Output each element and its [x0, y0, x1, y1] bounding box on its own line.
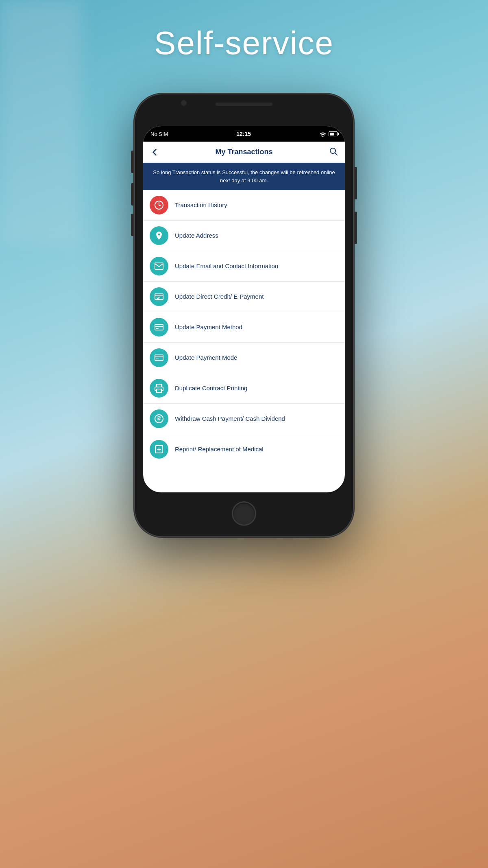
status-icons: [319, 131, 338, 137]
menu-item-update-address[interactable]: Update Address: [143, 221, 345, 251]
card-icon: [154, 322, 164, 332]
pin-icon: [154, 231, 164, 241]
carrier-label: No SIM: [150, 131, 168, 137]
phone-screen: No SIM 12:15: [143, 126, 345, 492]
menu-item-withdraw-cash[interactable]: Withdraw Cash Payment/ Cash Dividend: [143, 404, 345, 434]
home-button[interactable]: [232, 501, 256, 526]
menu-list: Transaction History Update Address: [143, 190, 345, 464]
svg-rect-5: [155, 324, 163, 330]
update-direct-credit-icon-wrap: [150, 287, 168, 306]
menu-item-transaction-history[interactable]: Transaction History: [143, 190, 345, 221]
svg-rect-3: [155, 294, 163, 300]
update-address-label: Update Address: [175, 232, 218, 240]
duplicate-contract-icon-wrap: [150, 379, 168, 398]
time-label: 12:15: [236, 131, 251, 137]
menu-item-update-payment-method[interactable]: Update Payment Method: [143, 312, 345, 343]
update-address-icon-wrap: [150, 226, 168, 245]
duplicate-contract-label: Duplicate Contract Printing: [175, 384, 247, 392]
menu-item-update-email[interactable]: Update Email and Contact Information: [143, 251, 345, 282]
banner-text: So long Transaction status is Successful…: [150, 168, 338, 184]
payment-check-icon: [154, 292, 164, 302]
email-icon: [154, 261, 164, 271]
svg-rect-11: [157, 389, 161, 392]
withdraw-cash-label: Withdraw Cash Payment/ Cash Dividend: [175, 415, 285, 423]
clock-icon: [154, 200, 164, 210]
transaction-history-icon-wrap: [150, 196, 168, 214]
menu-item-update-payment-mode[interactable]: Update Payment Mode: [143, 343, 345, 373]
update-payment-mode-label: Update Payment Mode: [175, 354, 237, 362]
header-title: My Transactions: [215, 148, 272, 156]
status-bar: No SIM 12:15: [143, 126, 345, 142]
printer-icon: [154, 383, 164, 393]
app-header: My Transactions: [143, 142, 345, 163]
search-button[interactable]: [329, 146, 338, 158]
info-banner: So long Transaction status is Successful…: [143, 163, 345, 190]
phone-notch: [216, 103, 272, 106]
medical-icon: [154, 444, 164, 454]
reprint-medical-icon-wrap: [150, 440, 168, 459]
update-direct-credit-label: Update Direct Credit/ E-Payment: [175, 293, 264, 301]
svg-rect-8: [155, 355, 163, 361]
update-email-icon-wrap: [150, 257, 168, 275]
menu-item-reprint-medical[interactable]: Reprint/ Replacement of Medical: [143, 434, 345, 464]
card-icon-2: [154, 353, 164, 363]
update-payment-method-label: Update Payment Method: [175, 323, 242, 331]
back-button[interactable]: [150, 147, 159, 157]
reprint-medical-label: Reprint/ Replacement of Medical: [175, 445, 264, 453]
svg-line-1: [335, 153, 337, 155]
phone-frame: No SIM 12:15: [134, 94, 354, 537]
transaction-history-label: Transaction History: [175, 201, 227, 209]
update-email-label: Update Email and Contact Information: [175, 262, 278, 270]
page-title: Self-service: [0, 24, 488, 62]
wifi-icon: [319, 131, 327, 137]
menu-item-duplicate-contract[interactable]: Duplicate Contract Printing: [143, 373, 345, 404]
update-payment-method-icon-wrap: [150, 318, 168, 337]
withdraw-cash-icon-wrap: [150, 409, 168, 428]
dollar-icon: [154, 414, 164, 424]
update-payment-mode-icon-wrap: [150, 348, 168, 367]
battery-icon: [329, 131, 338, 136]
phone-camera: [181, 100, 187, 106]
menu-item-update-direct-credit[interactable]: Update Direct Credit/ E-Payment: [143, 282, 345, 312]
